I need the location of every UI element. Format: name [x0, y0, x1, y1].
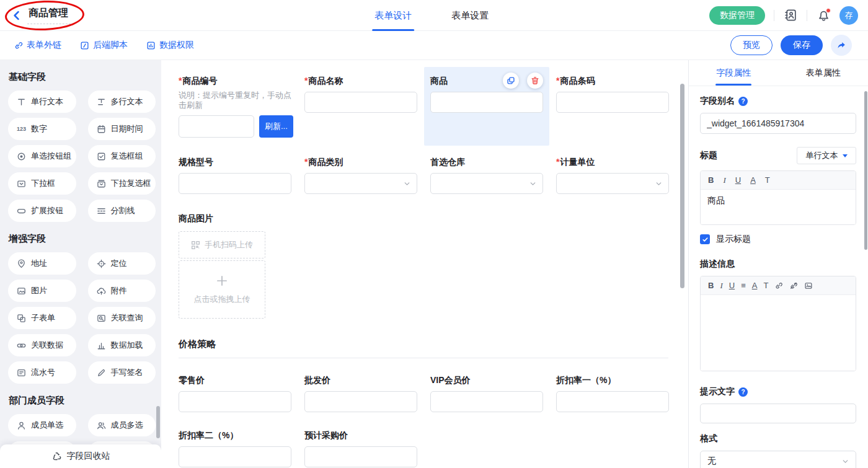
palette-item-number[interactable]: 123 数字: [8, 118, 76, 140]
palette-item-address[interactable]: 地址: [8, 252, 76, 275]
field-product-no[interactable]: *商品编号 说明：提示编号重复时，手动点击刷新 刷新...: [179, 75, 291, 138]
backend-script-action[interactable]: 后端脚本: [80, 40, 128, 51]
field-discount-2[interactable]: 折扣率二（%）: [179, 430, 291, 467]
align-icon[interactable]: ≡: [741, 281, 746, 289]
field-category[interactable]: *商品类别: [304, 156, 417, 194]
underline-icon[interactable]: U: [729, 281, 735, 289]
data-permission-action[interactable]: 数据权限: [146, 40, 194, 51]
font-color-icon[interactable]: A: [752, 281, 758, 289]
field-spec-model[interactable]: 规格型号: [179, 156, 291, 194]
description-editor-content[interactable]: [701, 295, 856, 371]
remove-link-icon[interactable]: [789, 281, 798, 290]
palette-item-related-data[interactable]: 关联数据: [8, 334, 76, 356]
warehouse-select[interactable]: [430, 173, 543, 194]
italic-icon[interactable]: I: [723, 176, 725, 184]
insert-link-icon[interactable]: [774, 281, 783, 290]
canvas-scrollbar[interactable]: [680, 84, 684, 288]
field-vip-price[interactable]: VIP会员价: [430, 374, 543, 412]
unit-select[interactable]: [556, 173, 669, 194]
wholesale-price-input[interactable]: [304, 391, 417, 412]
title-editor-content[interactable]: 商品: [701, 190, 856, 224]
show-title-toggle[interactable]: 显示标题: [700, 234, 856, 245]
refresh-button[interactable]: 刷新...: [259, 115, 293, 138]
font-size-icon[interactable]: T: [763, 281, 768, 289]
help-icon[interactable]: ?: [738, 387, 748, 397]
address-book-icon[interactable]: [783, 8, 798, 23]
delete-field-button[interactable]: [527, 73, 543, 89]
external-link-action[interactable]: 表单外链: [14, 40, 61, 51]
field-purchase-price[interactable]: 预计采购价: [304, 430, 417, 467]
palette-item-attachment[interactable]: 附件: [88, 280, 156, 302]
hint-input[interactable]: [700, 404, 856, 423]
purchase-price-input[interactable]: [304, 446, 417, 467]
palette-item-member-single[interactable]: 成员单选: [8, 414, 76, 436]
font-size-icon[interactable]: T: [765, 176, 770, 184]
field-type-select[interactable]: 单行文本: [797, 147, 856, 164]
palette-item-divider[interactable]: 分割线: [88, 200, 156, 222]
underline-icon[interactable]: U: [735, 176, 741, 184]
back-button[interactable]: [10, 9, 24, 22]
field-discount-1[interactable]: 折扣率一（%）: [556, 374, 669, 412]
palette-item-single-line-text[interactable]: 单行文本: [8, 91, 76, 113]
field-warehouse[interactable]: 首选仓库: [430, 156, 543, 194]
bold-icon[interactable]: B: [708, 281, 714, 289]
save-button[interactable]: 保存: [781, 35, 823, 55]
alias-input[interactable]: [700, 113, 856, 134]
field-unit[interactable]: *计量单位: [556, 156, 669, 194]
preview-button[interactable]: 预览: [730, 35, 773, 55]
tab-form-design[interactable]: 表单设计: [372, 0, 414, 31]
field-retail-price[interactable]: 零售价: [179, 374, 291, 412]
category-select[interactable]: [304, 173, 417, 194]
palette-item-subform[interactable]: 子表单: [8, 307, 76, 329]
palette-item-image[interactable]: 图片: [8, 280, 76, 302]
insert-image-icon[interactable]: [804, 281, 813, 290]
retail-price-input[interactable]: [179, 391, 291, 412]
palette-item-serial-number[interactable]: 流水号: [8, 361, 76, 384]
tab-form-settings[interactable]: 表单设置: [449, 0, 491, 31]
field-product-selected[interactable]: 商品: [424, 67, 549, 146]
format-select[interactable]: 无: [700, 451, 856, 468]
palette-item-location[interactable]: 定位: [88, 252, 156, 275]
field-barcode[interactable]: *商品条码: [556, 75, 669, 138]
palette-item-select[interactable]: 下拉框: [8, 172, 76, 195]
checkbox-checked-icon[interactable]: [700, 234, 710, 244]
vip-price-input[interactable]: [430, 391, 543, 412]
field-recycle-bin[interactable]: 字段回收站: [0, 444, 161, 468]
discount-1-input[interactable]: [556, 391, 669, 412]
palette-item-signature[interactable]: 手写签名: [88, 361, 156, 384]
palette-item-related-query[interactable]: 关联查询: [88, 307, 156, 329]
palette-item-button[interactable]: 扩展按钮: [8, 200, 76, 222]
help-icon[interactable]: ?: [738, 97, 748, 106]
bell-icon[interactable]: [816, 8, 831, 23]
field-product-image[interactable]: 商品图片 手机扫码上传 点击或拖拽上传: [179, 213, 688, 319]
font-color-icon[interactable]: A: [750, 176, 756, 184]
data-manage-button[interactable]: 数据管理: [709, 6, 765, 25]
form-title[interactable]: 商品管理: [27, 7, 71, 24]
spec-model-input[interactable]: [179, 173, 291, 194]
discount-2-input[interactable]: [179, 446, 291, 467]
panel-scrollbar[interactable]: [864, 91, 867, 250]
product-input[interactable]: [430, 92, 543, 113]
palette-item-multi-select[interactable]: 下拉复选框: [88, 172, 156, 195]
field-wholesale-price[interactable]: 批发价: [304, 374, 417, 412]
tab-form-properties[interactable]: 表单属性: [779, 60, 868, 86]
bold-icon[interactable]: B: [708, 176, 714, 184]
drag-upload-area[interactable]: 点击或拖拽上传: [179, 260, 265, 319]
palette-item-multi-line-text[interactable]: 多行文本: [88, 91, 156, 113]
product-name-input[interactable]: [304, 92, 417, 113]
palette-item-checkbox-group[interactable]: 复选框组: [88, 145, 156, 167]
palette-item-member-multi[interactable]: 成员多选: [88, 414, 156, 436]
sidebar-scrollbar[interactable]: [156, 406, 160, 438]
product-no-input[interactable]: [179, 115, 254, 138]
scan-upload-area[interactable]: 手机扫码上传: [179, 231, 265, 258]
barcode-input[interactable]: [556, 92, 669, 113]
palette-item-datetime[interactable]: 日期时间: [88, 118, 156, 140]
tab-field-properties[interactable]: 字段属性: [689, 60, 779, 86]
field-product-name[interactable]: *商品名称: [304, 75, 417, 138]
copy-field-button[interactable]: [503, 73, 519, 89]
divider-price-strategy[interactable]: 价格策略: [179, 338, 668, 358]
italic-icon[interactable]: I: [720, 281, 722, 289]
share-button[interactable]: [831, 35, 852, 56]
palette-item-radio-group[interactable]: 单选按钮组: [8, 145, 76, 167]
avatar[interactable]: 存: [839, 6, 858, 25]
